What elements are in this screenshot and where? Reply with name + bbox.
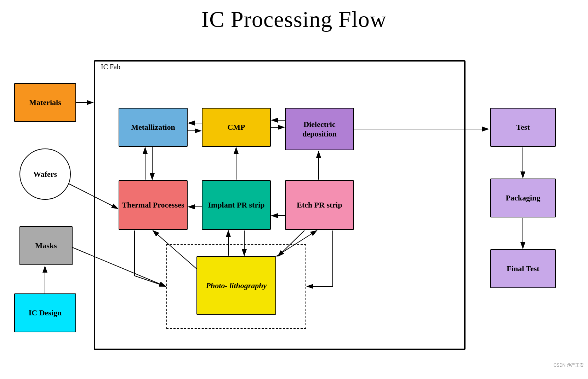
block-icdesign: IC Design (14, 293, 76, 332)
block-masks: Masks (19, 226, 73, 265)
block-implant: Implant PR strip (202, 180, 271, 230)
block-cmp: CMP (202, 108, 271, 147)
block-test: Test (490, 108, 556, 147)
block-materials: Materials (14, 83, 76, 122)
block-thermal: Thermal Processes (119, 180, 188, 230)
block-wafers: Wafers (19, 148, 71, 200)
block-finaltest: Final Test (490, 249, 556, 288)
page-title: IC Processing Flow (0, 0, 588, 39)
block-dielectric: Dielectric deposition (285, 108, 354, 150)
diagram-area: IC Fab Materials Wafers Masks IC Design … (0, 39, 588, 371)
block-metallization: Metallization (119, 108, 188, 147)
watermark: CSDN @严正安 (553, 362, 584, 368)
block-photo: Photo- lithography (196, 256, 276, 315)
fab-label: IC Fab (101, 63, 120, 71)
block-etch: Etch PR strip (285, 180, 354, 230)
block-packaging: Packaging (490, 179, 556, 217)
